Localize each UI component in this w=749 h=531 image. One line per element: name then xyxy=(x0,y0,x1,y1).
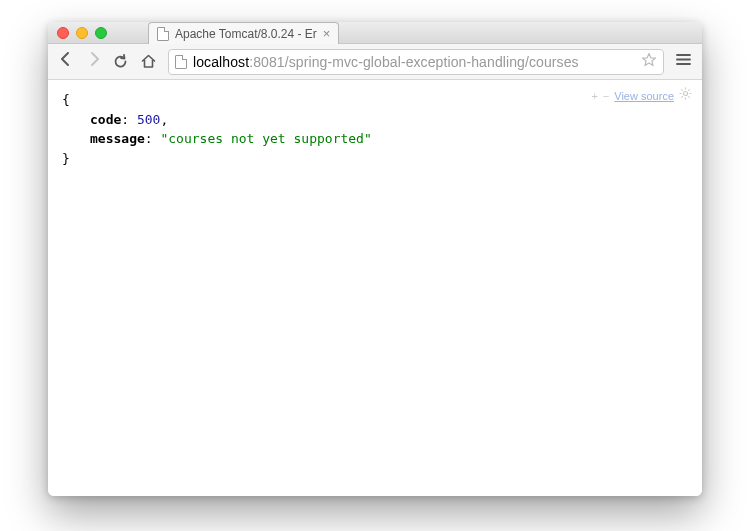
close-window-button[interactable] xyxy=(57,27,69,39)
forward-button[interactable] xyxy=(84,51,104,72)
gear-icon[interactable] xyxy=(679,86,692,106)
bookmark-star-icon[interactable] xyxy=(641,52,657,71)
svg-line-7 xyxy=(688,89,689,90)
titlebar: Apache Tomcat/8.0.24 - Er × xyxy=(48,22,702,44)
toolbar: localhost:8081/spring-mvc-global-excepti… xyxy=(48,44,702,80)
expand-all-icon[interactable]: + xyxy=(591,88,597,105)
json-line-code: code: 500, xyxy=(62,110,688,130)
url-port: :8081 xyxy=(249,54,285,70)
tab-title: Apache Tomcat/8.0.24 - Er xyxy=(175,27,317,41)
menu-button[interactable] xyxy=(672,51,694,72)
view-source-link[interactable]: View source xyxy=(614,88,674,105)
svg-point-0 xyxy=(684,92,688,96)
url-text: localhost:8081/spring-mvc-global-excepti… xyxy=(193,54,579,70)
url-path: /spring-mvc-global-exception-handling/co… xyxy=(285,54,579,70)
browser-window: Apache Tomcat/8.0.24 - Er × localhost:80… xyxy=(48,22,702,496)
window-controls xyxy=(57,27,107,39)
reload-button[interactable] xyxy=(112,53,132,70)
address-bar[interactable]: localhost:8081/spring-mvc-global-excepti… xyxy=(168,49,664,75)
site-icon xyxy=(175,55,187,69)
svg-line-6 xyxy=(688,96,689,97)
home-button[interactable] xyxy=(140,53,160,70)
page-content: + − View source { code: 500, message: "c… xyxy=(48,80,702,496)
page-icon xyxy=(157,27,169,41)
minimize-window-button[interactable] xyxy=(76,27,88,39)
json-line-message: message: "courses not yet supported" xyxy=(62,129,688,149)
collapse-all-icon[interactable]: − xyxy=(603,88,609,105)
json-viewer-controls: + − View source xyxy=(591,86,692,106)
close-tab-icon[interactable]: × xyxy=(323,27,331,40)
json-line-close: } xyxy=(62,149,688,169)
maximize-window-button[interactable] xyxy=(95,27,107,39)
browser-tab[interactable]: Apache Tomcat/8.0.24 - Er × xyxy=(148,22,339,44)
url-host: localhost xyxy=(193,54,249,70)
back-button[interactable] xyxy=(56,51,76,72)
svg-line-5 xyxy=(681,89,682,90)
svg-line-8 xyxy=(681,96,682,97)
